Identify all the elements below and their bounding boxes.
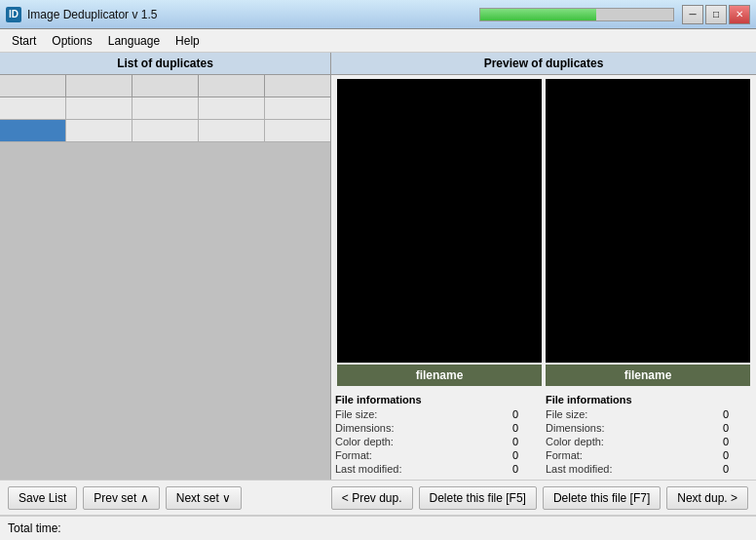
main-content: List of duplicates (0, 53, 756, 480)
preview-image-right (546, 79, 750, 363)
menu-language[interactable]: Language (100, 32, 168, 50)
left-panel: List of duplicates (0, 53, 331, 480)
prev-set-button[interactable]: Prev set ∧ (83, 486, 159, 510)
right-panel: Preview of duplicates filename filename … (331, 53, 756, 480)
close-button[interactable]: ✕ (729, 5, 750, 24)
preview-header: Preview of duplicates (331, 53, 756, 75)
col-header-1 (66, 75, 132, 96)
color-depth-value-r: 0 (723, 436, 752, 447)
save-list-button[interactable]: Save List (8, 486, 77, 510)
list-cell (265, 97, 330, 119)
file-info-row: Last modified: 0 (546, 462, 752, 476)
next-set-button[interactable]: Next set ∨ (166, 486, 242, 510)
table-row[interactable] (0, 97, 330, 120)
preview-pane-left: filename (337, 79, 542, 386)
list-cell-selected (0, 120, 66, 141)
file-infos: File informations File size: 0 Dimension… (331, 390, 756, 480)
file-info-row: Color depth: 0 (335, 435, 542, 448)
progress-bar-fill (480, 9, 596, 20)
list-cell (66, 120, 132, 141)
format-value: 0 (512, 449, 542, 461)
format-label: Format: (335, 449, 372, 461)
list-header: List of duplicates (0, 53, 330, 75)
color-depth-label-r: Color depth: (546, 436, 604, 447)
list-columns (0, 75, 330, 97)
progress-bar-container (479, 8, 674, 21)
file-size-value: 0 (512, 408, 542, 420)
list-cell (132, 120, 199, 141)
title-text: Image Deduplicator v 1.5 (27, 8, 479, 21)
file-info-right: File informations File size: 0 Dimension… (546, 394, 752, 476)
preview-pane-right: filename (546, 79, 750, 386)
menu-start[interactable]: Start (4, 32, 44, 50)
file-info-row: Dimensions: 0 (546, 421, 752, 435)
menu-help[interactable]: Help (168, 32, 208, 50)
list-rows (0, 97, 330, 142)
total-time-label: Total time: (8, 521, 61, 535)
file-info-row: Last modified: 0 (335, 462, 542, 476)
list-cell (265, 120, 330, 141)
dimensions-label-r: Dimensions: (546, 422, 605, 434)
file-info-left: File informations File size: 0 Dimension… (335, 394, 542, 476)
status-bar: Total time: (0, 515, 756, 540)
list-cell (66, 97, 132, 119)
menu-options[interactable]: Options (44, 32, 99, 50)
title-bar: ID Image Deduplicator v 1.5 ─ □ ✕ (0, 0, 756, 29)
format-value-r: 0 (723, 449, 752, 461)
file-size-label-r: File size: (546, 408, 587, 420)
file-info-row: File size: 0 (546, 407, 752, 421)
app-icon: ID (6, 7, 21, 22)
col-header-0 (0, 75, 66, 96)
dimensions-value-r: 0 (723, 422, 752, 434)
last-modified-value-r: 0 (723, 463, 752, 475)
preview-filename-left: filename (337, 365, 542, 386)
col-header-3 (199, 75, 265, 96)
col-header-2 (132, 75, 199, 96)
color-depth-value: 0 (512, 436, 542, 447)
prev-dup-button[interactable]: < Prev dup. (331, 486, 413, 510)
maximize-button[interactable]: □ (705, 5, 727, 24)
file-info-title-right: File informations (546, 394, 752, 405)
last-modified-label: Last modified: (335, 463, 401, 475)
last-modified-label-r: Last modified: (546, 463, 612, 475)
preview-images: filename filename (331, 75, 756, 390)
minimize-button[interactable]: ─ (682, 5, 703, 24)
list-cell (199, 120, 265, 141)
delete-f5-button[interactable]: Delete this file [F5] (419, 486, 537, 510)
list-cell (132, 97, 199, 119)
window-controls: ─ □ ✕ (682, 5, 750, 24)
table-row[interactable] (0, 120, 330, 142)
file-info-row: Dimensions: 0 (335, 421, 542, 435)
preview-image-left (337, 79, 542, 363)
next-dup-button[interactable]: Next dup. > (666, 486, 748, 510)
dimensions-value: 0 (512, 422, 542, 434)
list-cell (199, 97, 265, 119)
preview-filename-right: filename (546, 365, 750, 386)
bottom-toolbar: Save List Prev set ∧ Next set ∨ < Prev d… (0, 480, 756, 515)
list-cell (0, 97, 66, 119)
format-label-r: Format: (546, 449, 583, 461)
file-size-label: File size: (335, 408, 377, 420)
file-info-row: File size: 0 (335, 407, 542, 421)
last-modified-value: 0 (512, 463, 542, 475)
col-header-4 (265, 75, 330, 96)
file-info-title-left: File informations (335, 394, 542, 405)
file-info-row: Color depth: 0 (546, 435, 752, 448)
delete-f7-button[interactable]: Delete this file [F7] (543, 486, 661, 510)
file-size-value-r: 0 (723, 408, 752, 420)
menu-bar: Start Options Language Help (0, 29, 756, 53)
color-depth-label: Color depth: (335, 436, 394, 447)
file-info-row: Format: 0 (335, 448, 542, 462)
dimensions-label: Dimensions: (335, 422, 395, 434)
file-info-row: Format: 0 (546, 448, 752, 462)
